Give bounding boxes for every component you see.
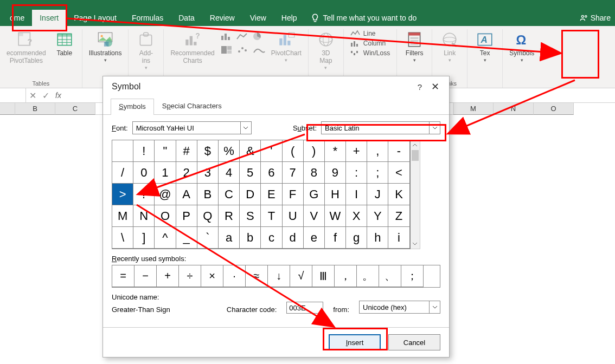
sparkline-winloss-button[interactable]: Win/Loss [348, 49, 392, 57]
char-cell[interactable]: Y [367, 205, 388, 227]
char-cell[interactable]: F [283, 184, 304, 205]
char-cell[interactable]: ! [133, 140, 155, 162]
char-cell[interactable]: Q [197, 205, 219, 227]
char-cell[interactable]: 0 [133, 162, 155, 184]
char-cell[interactable]: 8 [304, 162, 325, 184]
pivotchart-button[interactable]: PivotChart ▾ [269, 29, 304, 64]
chevron-down-icon[interactable] [429, 122, 440, 134]
char-cell[interactable]: A [176, 184, 197, 205]
select-all-cell[interactable] [0, 103, 15, 115]
char-cell[interactable]: J [367, 184, 388, 205]
scrollbar[interactable] [411, 140, 420, 249]
char-cell[interactable]: 3 [197, 162, 219, 184]
recent-char-cell[interactable]: − [134, 265, 157, 287]
char-cell[interactable]: + [346, 140, 367, 162]
char-cell[interactable]: # [176, 140, 197, 162]
3dmap-button[interactable]: 3D Map ▾ [313, 29, 339, 72]
fx-icon[interactable]: fx [52, 91, 65, 100]
char-cell[interactable]: 1 [155, 162, 176, 184]
char-cell[interactable]: _ [176, 227, 197, 249]
tab-view[interactable]: View [242, 10, 274, 26]
char-cell[interactable]: ' [261, 140, 282, 162]
char-cell[interactable]: 9 [325, 162, 346, 184]
tab-symbols[interactable]: Symbols [111, 99, 154, 115]
char-cell[interactable]: N [133, 205, 155, 227]
font-input[interactable] [133, 122, 240, 134]
char-cell[interactable]: * [325, 140, 346, 162]
char-cell[interactable]: a [219, 227, 240, 249]
char-cell[interactable]: " [155, 140, 176, 162]
scroll-thumb[interactable] [412, 150, 419, 161]
font-combo[interactable] [132, 121, 252, 134]
tellme-search[interactable]: Tell me what you want to do [310, 13, 417, 23]
illustrations-button[interactable]: Illustrations ▾ [87, 29, 124, 64]
char-cell[interactable]: X [346, 205, 367, 227]
char-cell[interactable]: Z [388, 205, 409, 227]
insert-button[interactable]: Insert [329, 334, 381, 350]
char-cell[interactable]: ; [367, 162, 388, 184]
char-cell[interactable]: e [304, 227, 325, 249]
recommended-pivottables-button[interactable]: ? ecommended PivotTables [4, 29, 48, 66]
charcode-input[interactable] [286, 302, 323, 314]
col-header[interactable]: O [534, 103, 574, 115]
char-cell[interactable]: / [112, 162, 133, 184]
fbar-cancel-icon[interactable]: ✕ [26, 90, 39, 101]
chart-bar-icon[interactable] [220, 31, 234, 43]
char-cell[interactable]: & [240, 140, 261, 162]
char-cell[interactable]: ( [283, 140, 304, 162]
char-cell[interactable]: C [219, 184, 240, 205]
char-cell[interactable]: V [304, 205, 325, 227]
chart-line-icon[interactable] [236, 31, 250, 43]
chevron-down-icon[interactable] [240, 122, 251, 134]
recent-char-cell[interactable]: ≈ [246, 265, 268, 287]
col-header[interactable]: N [494, 103, 534, 115]
char-cell[interactable]: f [325, 227, 346, 249]
subset-combo[interactable] [321, 121, 440, 134]
char-cell[interactable]: 5 [240, 162, 261, 184]
char-cell[interactable]: M [112, 205, 133, 227]
recent-char-cell[interactable]: √ [290, 265, 312, 287]
char-cell[interactable]: ^ [155, 227, 176, 249]
tab-help[interactable]: Help [274, 10, 305, 26]
subset-input[interactable] [322, 122, 429, 134]
char-cell[interactable]: H [325, 184, 346, 205]
recent-char-cell[interactable]: 。 [357, 265, 379, 287]
chevron-down-icon[interactable] [429, 301, 440, 313]
char-cell[interactable]: h [367, 227, 388, 249]
char-cell[interactable]: B [197, 184, 219, 205]
char-cell[interactable]: 2 [176, 162, 197, 184]
char-cell[interactable]: R [219, 205, 240, 227]
from-combo[interactable] [359, 301, 440, 314]
tab-home[interactable]: ome [2, 10, 32, 26]
chart-scatter-icon[interactable] [236, 45, 250, 57]
name-box[interactable] [0, 88, 26, 102]
text-button[interactable]: A Tex ▾ [472, 29, 498, 64]
sparkline-line-button[interactable]: Line [348, 29, 392, 38]
char-cell[interactable]: I [346, 184, 367, 205]
col-header[interactable]: C [55, 103, 95, 115]
chart-surface-icon[interactable] [252, 45, 266, 57]
char-cell[interactable]: , [367, 140, 388, 162]
table-button[interactable]: Table [52, 29, 78, 58]
recent-char-cell[interactable]: ↓ [268, 265, 290, 287]
char-cell[interactable]: S [240, 205, 261, 227]
char-cell[interactable]: ` [197, 227, 219, 249]
tab-data[interactable]: Data [171, 10, 202, 26]
filters-button[interactable]: Filters ▾ [401, 29, 427, 64]
fbar-enter-icon[interactable]: ✓ [39, 90, 52, 101]
recommended-charts-button[interactable]: ? Recommended Charts [168, 29, 216, 66]
col-header[interactable]: M [453, 103, 494, 115]
recent-char-cell[interactable]: · [223, 265, 246, 287]
link-button[interactable]: Link ▾ [437, 29, 463, 64]
tab-special-characters[interactable]: Special Characters [154, 98, 230, 114]
tab-review[interactable]: Review [202, 10, 242, 26]
sparkline-column-button[interactable]: Column [348, 39, 392, 48]
col-header[interactable]: B [15, 103, 55, 115]
char-cell[interactable]: ? [133, 184, 155, 205]
char-cell[interactable]: K [388, 184, 409, 205]
recent-char-cell[interactable]: ， [335, 265, 357, 287]
char-cell[interactable]: ] [133, 227, 155, 249]
char-cell[interactable]: \ [112, 227, 133, 249]
char-cell[interactable]: T [261, 205, 282, 227]
char-cell[interactable]: < [388, 162, 409, 184]
